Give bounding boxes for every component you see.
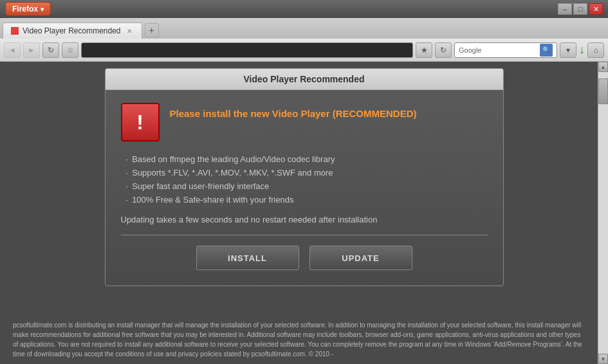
bullet-list: Based on ffmpeg the leading Audio/Video …: [126, 154, 488, 205]
url-refresh-button[interactable]: ↻: [435, 42, 452, 58]
bullet-item-4: 100% Free & Safe-share it with your frie…: [126, 195, 488, 205]
update-note: Updating takes a few seconds and no rest…: [121, 215, 488, 224]
firefox-menu-button[interactable]: Firefox: [5, 2, 51, 16]
nav-extra-button[interactable]: ▾: [560, 42, 576, 58]
bullet-item-2: Supports *.FLV, *.AVI, *.MOV, *.MKV, *.S…: [126, 168, 488, 177]
scroll-thumb[interactable]: [598, 78, 608, 104]
main-content: Video Player Recommended ! Please instal…: [0, 62, 608, 364]
search-engine-label: Google: [459, 46, 537, 54]
url-star-button[interactable]: ★: [416, 42, 432, 58]
bullet-item-1: Based on ffmpeg the leading Audio/Video …: [126, 154, 488, 164]
search-bar-container: Google 🔍: [454, 42, 557, 58]
download-icon[interactable]: ↓: [579, 43, 585, 57]
scroll-up-button[interactable]: ▲: [598, 62, 608, 72]
url-bar[interactable]: [81, 42, 413, 58]
back-button[interactable]: ◄: [4, 42, 21, 58]
maximize-button[interactable]: □: [573, 3, 587, 15]
dialog-header: ! Please install the new Video Player (R…: [121, 103, 488, 141]
footer-text: pcsoftultimate.com is distributing an in…: [0, 315, 598, 364]
dialog-buttons: INSTALL UPDATE: [121, 246, 488, 273]
dialog: Video Player Recommended ! Please instal…: [105, 68, 504, 286]
install-button[interactable]: INSTALL: [196, 246, 299, 270]
scroll-track[interactable]: [598, 72, 608, 354]
active-tab[interactable]: Video Player Recommended ✕: [3, 23, 142, 39]
navbar: ◄ ► ↻ ☆ ★ ↻ Google 🔍 ▾ ↓ ⌂: [0, 39, 608, 62]
bullet-item-3: Super fast and user-friendly interface: [126, 181, 488, 191]
dialog-heading-recommended: (RECOMMENDED): [333, 108, 417, 119]
minimize-button[interactable]: –: [558, 3, 572, 15]
home-button[interactable]: ⌂: [587, 42, 604, 58]
divider: [121, 235, 488, 235]
scrollbar[interactable]: ▲ ▼: [598, 62, 608, 364]
search-button[interactable]: 🔍: [540, 44, 553, 57]
scroll-down-button[interactable]: ▼: [598, 354, 608, 364]
warning-icon: !: [121, 103, 160, 141]
tab-close-button[interactable]: ✕: [125, 26, 134, 35]
close-button[interactable]: ✕: [589, 3, 603, 15]
dialog-body: ! Please install the new Video Player (R…: [106, 90, 503, 286]
bookmark-button[interactable]: ☆: [62, 42, 78, 58]
tab-label: Video Player Recommended: [23, 26, 121, 35]
dialog-title: Video Player Recommended: [106, 69, 503, 90]
tabbar: Video Player Recommended ✕ +: [0, 18, 608, 39]
dialog-heading: Please install the new Video Player (REC…: [170, 103, 417, 119]
titlebar: Firefox – □ ✕: [0, 0, 608, 18]
tab-favicon: [11, 27, 19, 35]
update-button[interactable]: UPDATE: [309, 246, 412, 270]
new-tab-button[interactable]: +: [145, 23, 159, 37]
forward-button[interactable]: ►: [23, 42, 40, 58]
page-area: Video Player Recommended ! Please instal…: [0, 62, 608, 364]
window-controls: – □ ✕: [558, 3, 603, 15]
dialog-heading-text: Please install the new Video Player: [170, 108, 333, 119]
reload-button[interactable]: ↻: [42, 42, 59, 58]
